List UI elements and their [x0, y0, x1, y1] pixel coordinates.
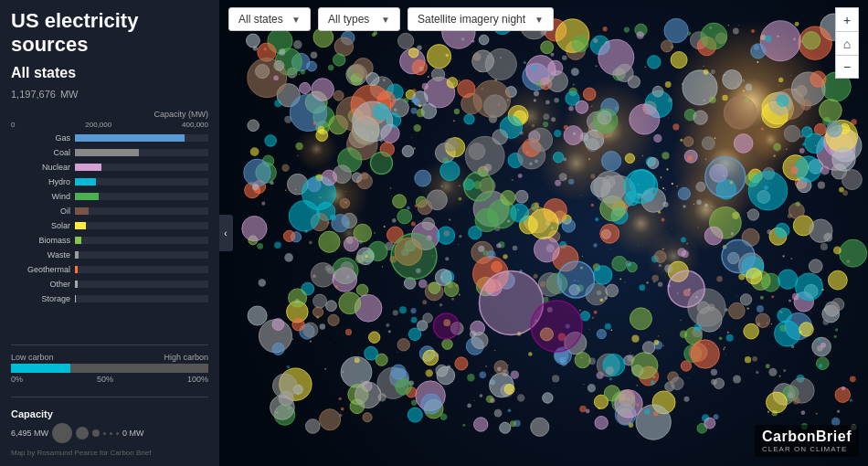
cap-mw-max: 6,495 MW [11, 429, 48, 438]
bar-track [75, 222, 208, 229]
carbon-row: Low carbon High carbon 0% 50% 100% [11, 353, 208, 384]
top-controls: All states ▼ All types ▼ Satellite image… [228, 7, 554, 31]
carbonbrief-name: CarbonBrief [762, 429, 852, 445]
bar-row: Gas [11, 132, 208, 144]
bar-track [75, 134, 208, 142]
bar-row: Wind [11, 191, 208, 203]
tick-0: 0 [11, 121, 15, 129]
bar-label: Coal [11, 148, 75, 157]
bar-row: Nuclear [11, 162, 208, 174]
state-name: All states [11, 65, 208, 81]
tick-400k: 400,000 [182, 121, 208, 129]
bar-fill [75, 281, 78, 288]
bar-row: Hydro [11, 176, 208, 188]
bar-fill [75, 237, 81, 244]
bar-fill [75, 295, 76, 302]
basemap-chevron-icon: ▼ [535, 15, 544, 25]
bar-row: Geothermal [11, 264, 208, 276]
bar-row: Waste [11, 249, 208, 261]
bar-fill [75, 134, 185, 142]
bar-track [75, 281, 208, 288]
basemap-dropdown[interactable]: Satellite imagery night ▼ [408, 7, 554, 31]
types-dropdown[interactable]: All types ▼ [318, 7, 400, 31]
capacity-legend-title: Capacity [11, 408, 208, 419]
carbon-fill [11, 364, 70, 373]
states-dropdown[interactable]: All states ▼ [228, 7, 311, 31]
basemap-dropdown-label: Satellite imagery night [418, 13, 525, 26]
bar-fill [75, 207, 89, 215]
bar-label: Gas [11, 133, 75, 143]
bar-track [75, 251, 208, 259]
bar-row: Biomass [11, 235, 208, 247]
capacity-circles: 6,495 MW 0 MW [11, 423, 208, 443]
high-carbon-label: High carbon [164, 353, 208, 362]
low-carbon-label: Low carbon [11, 353, 54, 362]
bar-track [75, 266, 208, 273]
carbon-track [11, 364, 208, 373]
map-area: ‹ All states ▼ All types ▼ Satellite ima… [219, 0, 868, 466]
panel-title: US electricity sources [11, 9, 208, 58]
bar-row: Storage [11, 293, 208, 305]
divider2 [11, 397, 208, 397]
chart-area: Capacity (MW) 0 200,000 400,000 Gas Coal… [11, 110, 208, 337]
bar-row: Coal [11, 147, 208, 159]
pct-0: 0% [11, 375, 23, 384]
bar-row: Solar [11, 220, 208, 232]
bar-label: Oil [11, 207, 75, 216]
bar-row: Oil [11, 206, 208, 217]
left-panel: US electricity sources All states 1,197,… [0, 0, 219, 466]
bar-fill [75, 251, 79, 259]
bar-track [75, 164, 208, 171]
cap-dot3 [116, 432, 119, 435]
bar-fill [75, 164, 101, 171]
bar-fill [75, 222, 86, 229]
tick-200k: 200,000 [85, 121, 111, 129]
bar-label: Nuclear [11, 163, 75, 172]
bar-track [75, 149, 208, 156]
bar-fill [75, 266, 78, 273]
bar-track [75, 207, 208, 215]
carbonbrief-logo: CarbonBrief Clear on climate [755, 425, 859, 457]
cap-dot1 [103, 432, 106, 435]
cap-circle-sm [92, 429, 100, 437]
carbon-labels: Low carbon High carbon [11, 353, 208, 362]
types-chevron-icon: ▼ [381, 15, 390, 25]
capacity-axis-label: Capacity (MW) [11, 110, 208, 119]
bar-label: Geothermal [11, 265, 75, 274]
bar-track [75, 237, 208, 244]
cap-circle-md [76, 427, 89, 440]
bar-fill [75, 149, 139, 156]
bar-label: Wind [11, 192, 75, 201]
bars-container: Gas Coal Nuclear Hydro Wind Oi [11, 132, 208, 305]
total-mw-unit: MW [60, 89, 79, 100]
bar-row: Other [11, 279, 208, 291]
carbonbrief-tagline: Clear on climate [762, 445, 852, 453]
bar-fill [75, 178, 96, 185]
states-chevron-icon: ▼ [291, 15, 301, 25]
zoom-in-button[interactable]: + [835, 7, 859, 31]
states-dropdown-label: All states [238, 13, 283, 26]
cap-mw-min: 0 MW [122, 429, 144, 438]
capacity-legend: Capacity 6,495 MW 0 MW [11, 408, 208, 443]
bar-label: Biomass [11, 236, 75, 245]
axis-ticks: 0 200,000 400,000 [11, 121, 208, 129]
zoom-home-button[interactable]: ⌂ [835, 31, 859, 55]
bar-label: Hydro [11, 177, 75, 186]
bar-fill [75, 193, 99, 200]
total-mw: 1,197,676 MW [11, 83, 208, 102]
bar-label: Other [11, 280, 75, 289]
total-mw-value: 1,197,676 [11, 89, 56, 100]
divider [11, 344, 208, 345]
bar-label: Storage [11, 294, 75, 303]
map-canvas [219, 0, 868, 466]
bar-track [75, 193, 208, 200]
bar-label: Solar [11, 221, 75, 230]
cap-dot2 [110, 432, 112, 435]
zoom-out-button[interactable]: − [835, 55, 859, 79]
back-arrow[interactable]: ‹ [219, 215, 233, 251]
bar-track [75, 295, 208, 302]
types-dropdown-label: All types [328, 13, 369, 26]
pct-100: 100% [187, 375, 208, 384]
bar-label: Waste [11, 250, 75, 259]
pct-50: 50% [97, 375, 113, 384]
